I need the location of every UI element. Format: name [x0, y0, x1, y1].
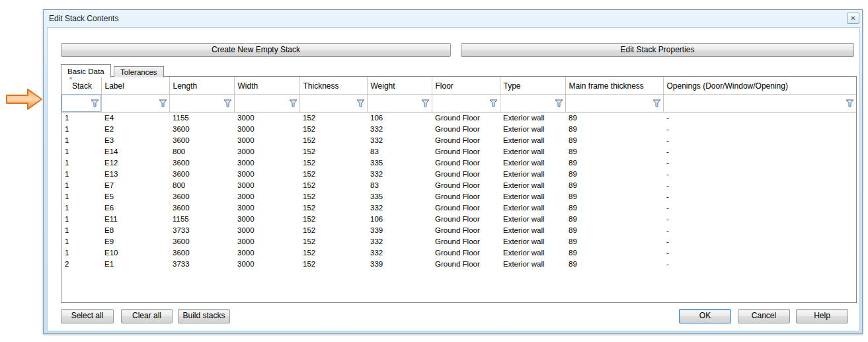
cell: Ground Floor — [432, 123, 500, 134]
cell: E3 — [101, 134, 169, 146]
filter-cell[interactable] — [299, 94, 367, 112]
cell: 3600 — [169, 191, 234, 202]
cell: 83 — [367, 146, 432, 157]
cell: 3600 — [169, 157, 234, 168]
filter-icon[interactable] — [223, 99, 232, 107]
cell: 3000 — [234, 179, 299, 191]
cell: 89 — [565, 202, 663, 213]
cell: 89 — [565, 112, 663, 123]
cell: E14 — [101, 146, 169, 157]
stack-contents-grid[interactable]: ^StackLabelLengthWidthThicknessWeightFlo… — [61, 76, 857, 303]
cancel-button[interactable]: Cancel — [738, 309, 790, 323]
ok-button[interactable]: OK — [679, 309, 731, 323]
table-row[interactable]: 1E411553000152106Ground FloorExterior wa… — [61, 112, 856, 123]
select-all-button[interactable]: Select all — [61, 309, 114, 323]
cell: E6 — [101, 202, 169, 213]
cell: 1155 — [169, 213, 234, 224]
filter-cell[interactable] — [234, 94, 299, 112]
column-header[interactable]: Floor — [432, 77, 500, 94]
column-header[interactable]: Type — [500, 77, 565, 94]
help-button[interactable]: Help — [796, 309, 848, 323]
cell: 3000 — [234, 235, 299, 247]
column-header[interactable]: Label — [101, 77, 169, 94]
cell: E1 — [101, 258, 169, 269]
cell: Exterior wall — [500, 179, 565, 191]
filter-icon[interactable] — [489, 99, 498, 107]
table-row[interactable]: 2E137333000152339Ground FloorExterior wa… — [61, 258, 856, 269]
table-row[interactable]: 1E936003000152332Ground FloorExterior wa… — [61, 235, 856, 247]
filter-cell[interactable] — [565, 94, 663, 112]
filter-icon[interactable] — [91, 99, 99, 107]
cell: - — [663, 179, 856, 191]
filter-cell[interactable] — [101, 94, 169, 112]
tab-strip: Basic Data Tolerances — [61, 64, 165, 77]
filter-icon[interactable] — [356, 99, 365, 107]
column-header-label: Type — [504, 81, 521, 91]
cell: E12 — [101, 157, 169, 168]
column-header[interactable]: Thickness — [299, 77, 367, 94]
build-stacks-button[interactable]: Build stacks — [178, 309, 230, 323]
table-row[interactable]: 1E14800300015283Ground FloorExterior wal… — [61, 146, 856, 157]
table-row[interactable]: 1E1111553000152106Ground FloorExterior w… — [61, 213, 856, 224]
table-row[interactable]: 1E1036003000152332Ground FloorExterior w… — [61, 247, 856, 258]
column-header[interactable]: Width — [234, 77, 299, 94]
table-row[interactable]: 1E1236003000152335Ground FloorExterior w… — [61, 157, 856, 168]
column-header-label: Weight — [371, 81, 395, 91]
column-header[interactable]: ^Stack — [61, 77, 101, 94]
cell: 152 — [299, 168, 367, 179]
edit-stack-properties-button[interactable]: Edit Stack Properties — [461, 43, 854, 57]
create-new-empty-stack-button[interactable]: Create New Empty Stack — [61, 43, 451, 57]
cell: 3600 — [169, 202, 234, 213]
cell: 3600 — [169, 247, 234, 258]
filter-cell[interactable] — [663, 94, 856, 112]
table-row[interactable]: 1E837333000152339Ground FloorExterior wa… — [61, 224, 856, 235]
title-bar[interactable]: Edit Stack Contents ✕ — [44, 10, 862, 27]
cell: E9 — [101, 235, 169, 247]
column-header-label: Floor — [436, 81, 454, 91]
cell: Exterior wall — [500, 157, 565, 168]
filter-icon[interactable] — [159, 99, 167, 107]
cell: - — [663, 247, 856, 258]
filter-cell[interactable] — [432, 94, 500, 112]
close-icon[interactable]: ✕ — [847, 13, 859, 24]
filter-icon[interactable] — [289, 99, 297, 107]
clear-all-button[interactable]: Clear all — [121, 309, 173, 323]
cell: 3000 — [234, 168, 299, 179]
column-header[interactable]: Main frame thickness — [565, 77, 663, 94]
filter-cell[interactable] — [367, 94, 432, 112]
cell: 89 — [565, 168, 663, 179]
tab-tolerances[interactable]: Tolerances — [114, 66, 164, 77]
cell: Exterior wall — [500, 202, 565, 213]
filter-icon[interactable] — [421, 99, 430, 107]
cell: 332 — [367, 134, 432, 146]
table-row[interactable]: 1E7800300015283Ground FloorExterior wall… — [61, 179, 856, 191]
cell: Exterior wall — [500, 146, 565, 157]
cell: Ground Floor — [432, 235, 500, 247]
filter-cell[interactable] — [61, 94, 101, 112]
cell: 89 — [565, 123, 663, 134]
cell: 106 — [367, 213, 432, 224]
table-row[interactable]: 1E336003000152332Ground FloorExterior wa… — [61, 134, 856, 146]
table-row[interactable]: 1E236003000152332Ground FloorExterior wa… — [61, 123, 856, 134]
cell: Exterior wall — [500, 168, 565, 179]
column-header[interactable]: Weight — [367, 77, 432, 94]
table-row[interactable]: 1E636003000152332Ground FloorExterior wa… — [61, 202, 856, 213]
table-row[interactable]: 1E536003000152335Ground FloorExterior wa… — [61, 191, 856, 202]
filter-icon[interactable] — [652, 99, 661, 107]
filter-icon[interactable] — [846, 99, 854, 107]
filter-icon[interactable] — [555, 99, 563, 107]
tab-basic-data[interactable]: Basic Data — [61, 64, 111, 77]
column-header[interactable]: Openings (Door/Window/Opening) — [663, 77, 856, 94]
filter-cell[interactable] — [169, 94, 234, 112]
cell: 1 — [61, 134, 101, 146]
cell: Ground Floor — [432, 134, 500, 146]
cell: 1 — [61, 123, 101, 134]
filter-cell[interactable] — [500, 94, 565, 112]
cell: 1 — [61, 168, 101, 179]
cell: E5 — [101, 191, 169, 202]
cell: E8 — [101, 224, 169, 235]
column-header[interactable]: Length — [169, 77, 234, 94]
cell: 89 — [565, 191, 663, 202]
cell: Exterior wall — [500, 213, 565, 224]
table-row[interactable]: 1E1336003000152332Ground FloorExterior w… — [61, 168, 856, 179]
